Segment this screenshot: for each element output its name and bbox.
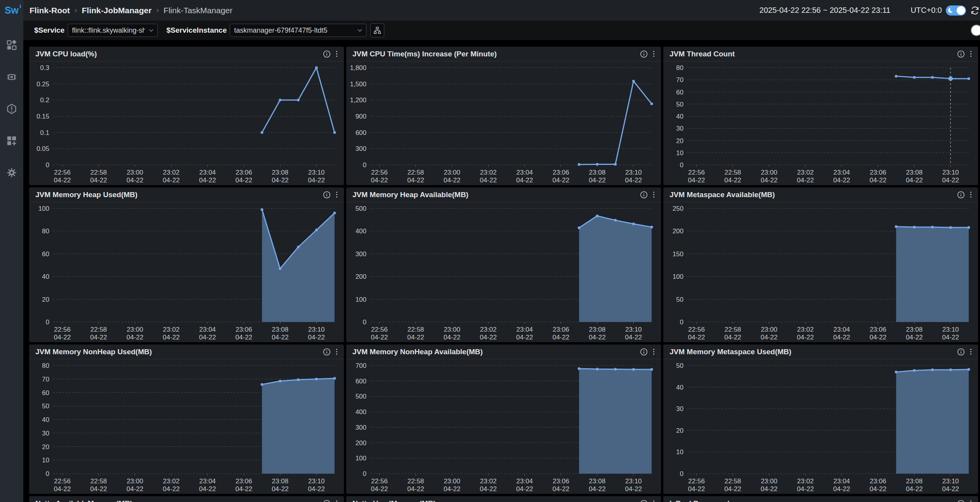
svg-text:04-22: 04-22 (235, 485, 252, 493)
chart-nonheap-used[interactable]: 0102030405060708022:5604-2222:5804-2223:… (29, 359, 344, 494)
svg-text:400: 400 (356, 408, 366, 416)
moon-icon (948, 8, 954, 13)
service-instance-select[interactable]: taskmanager-679f4747f5-ltdt5 (230, 24, 366, 37)
info-icon[interactable] (323, 191, 331, 199)
svg-text:04-22: 04-22 (589, 177, 605, 184)
svg-text:04-22: 04-22 (163, 485, 180, 493)
info-icon[interactable] (323, 348, 331, 356)
panel-title: JVM CPU Time(ms) Increase (Per Minute) (352, 50, 640, 58)
skywalking-logo[interactable]: Sw (5, 5, 19, 16)
panel-menu-icon[interactable] (334, 191, 339, 199)
chart-metaspace-used[interactable]: 0102030405022:5604-2222:5804-2223:0004-2… (663, 359, 978, 494)
chart-heap-used[interactable]: 02040608010022:5604-2222:5804-2223:0004-… (29, 202, 344, 342)
svg-text:04-22: 04-22 (906, 485, 922, 493)
svg-text:40: 40 (42, 273, 49, 280)
panel-menu-icon[interactable] (968, 50, 973, 58)
chart-jvm-thread-count[interactable]: 0102030405060708022:5604-2222:5804-2223:… (663, 61, 978, 185)
svg-text:23:00: 23:00 (444, 326, 460, 333)
chart-heap-available[interactable]: 010020030040050022:5604-2222:5804-2223:0… (346, 202, 661, 342)
info-icon[interactable] (323, 500, 331, 502)
panel-menu-icon[interactable] (651, 348, 656, 356)
time-range-picker[interactable]: 2025-04-22 22:56 ~ 2025-04-22 23:11 (759, 6, 890, 15)
edit-toggle-knob[interactable] (971, 24, 980, 36)
svg-text:04-22: 04-22 (724, 177, 741, 184)
svg-text:23:00: 23:00 (444, 478, 460, 485)
topology-button[interactable] (370, 23, 384, 37)
refresh-icon[interactable] (971, 6, 979, 15)
svg-text:22:58: 22:58 (91, 478, 107, 485)
chart-metaspace-available[interactable]: 05010015020025022:5604-2222:5804-2223:00… (663, 202, 978, 342)
svg-text:23:06: 23:06 (235, 478, 252, 485)
svg-text:0: 0 (363, 161, 366, 169)
svg-text:23:06: 23:06 (235, 326, 252, 333)
service-select[interactable]: flink::flink.skywalking-showc... (68, 24, 158, 37)
alerting-icon[interactable] (6, 103, 17, 115)
panel-menu-icon[interactable] (334, 50, 339, 58)
svg-text:04-22: 04-22 (833, 177, 850, 184)
panel-nonheap-used: JVM Memory NonHeap Used(MB) 010203040506… (29, 345, 344, 494)
svg-text:80: 80 (42, 362, 49, 369)
info-icon[interactable] (957, 50, 965, 58)
svg-text:23:02: 23:02 (797, 169, 814, 176)
svg-text:40: 40 (42, 416, 49, 423)
breadcrumb-item-root[interactable]: Flink-Root (30, 6, 70, 15)
panel-menu-icon[interactable] (334, 500, 339, 502)
svg-text:23:04: 23:04 (516, 326, 533, 333)
svg-text:500: 500 (356, 393, 366, 400)
info-icon[interactable] (640, 348, 648, 356)
svg-text:23:00: 23:00 (761, 478, 778, 485)
panel-menu-icon[interactable] (651, 500, 656, 502)
panel-menu-icon[interactable] (651, 191, 656, 199)
chart-nonheap-available[interactable]: 010020030040050060070022:5604-2222:5804-… (346, 359, 661, 494)
svg-text:300: 300 (356, 145, 366, 152)
svg-text:04-22: 04-22 (480, 485, 497, 493)
panel-menu-icon[interactable] (968, 500, 973, 502)
svg-text:23:08: 23:08 (906, 169, 923, 176)
panel-title: JVM Memory NonHeap Used(MB) (35, 348, 323, 356)
new-dashboard-icon[interactable] (6, 135, 17, 147)
svg-text:600: 600 (356, 129, 366, 136)
panel-menu-icon[interactable] (968, 191, 973, 199)
info-icon[interactable] (957, 191, 965, 199)
info-icon[interactable] (640, 500, 648, 502)
timezone-toggle[interactable] (946, 5, 966, 16)
svg-text:04-22: 04-22 (480, 334, 497, 341)
dashboards-icon[interactable] (6, 39, 17, 51)
svg-text:04-22: 04-22 (942, 334, 959, 341)
svg-text:22:56: 22:56 (371, 169, 388, 176)
svg-text:0.3: 0.3 (40, 64, 49, 72)
panel-menu-icon[interactable] (334, 348, 339, 356)
info-icon[interactable] (640, 191, 648, 199)
svg-text:04-22: 04-22 (272, 177, 288, 184)
svg-text:04-22: 04-22 (371, 177, 388, 184)
chart-jvm-cpu-load[interactable]: 00.050.10.150.20.250.322:5604-2222:5804-… (29, 61, 344, 185)
svg-text:50: 50 (676, 101, 684, 108)
panel-title: JVM Thread Count (670, 50, 957, 58)
panel-menu-icon[interactable] (651, 50, 656, 58)
chart-jvm-cpu-time[interactable]: 03006009001,2001,5001,80022:5604-2222:58… (346, 61, 661, 185)
svg-text:23:02: 23:02 (163, 326, 180, 333)
svg-text:04-22: 04-22 (688, 334, 705, 341)
svg-text:23:10: 23:10 (625, 326, 642, 333)
svg-text:60: 60 (676, 89, 684, 96)
info-icon[interactable] (323, 50, 331, 58)
panel-netty-available: Netty AvailableMemory(MB) (29, 496, 344, 502)
settings-gear-icon[interactable] (6, 167, 17, 178)
breadcrumb-item-jobmanager[interactable]: Flink-JobManager (82, 6, 152, 15)
info-icon[interactable] (957, 348, 965, 356)
svg-text:04-22: 04-22 (833, 334, 850, 341)
svg-text:23:08: 23:08 (589, 326, 606, 333)
svg-text:0.25: 0.25 (37, 80, 49, 88)
panel-menu-icon[interactable] (968, 348, 973, 356)
svg-text:23:06: 23:06 (553, 169, 569, 176)
svg-text:23:10: 23:10 (625, 169, 642, 176)
svg-text:23:10: 23:10 (942, 478, 959, 485)
svg-text:04-22: 04-22 (235, 334, 252, 341)
svg-text:23:04: 23:04 (834, 326, 850, 333)
topology-chip-icon[interactable] (6, 71, 17, 83)
svg-text:400: 400 (356, 227, 366, 235)
info-icon[interactable] (957, 500, 965, 502)
svg-text:04-22: 04-22 (625, 334, 642, 341)
svg-text:200: 200 (356, 273, 366, 280)
info-icon[interactable] (640, 50, 648, 58)
